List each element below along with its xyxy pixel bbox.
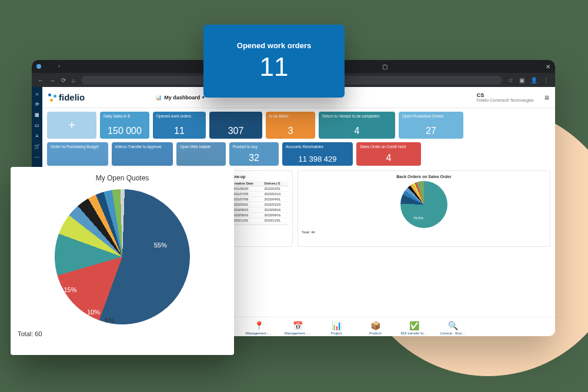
kpi-row-1: + Daily Sales in $ 150 000 Opened work o… (42, 108, 555, 142)
window-close[interactable]: ✕ (546, 63, 550, 70)
add-tile-button[interactable]: + (47, 112, 96, 139)
cell: 2021/06/20 (231, 186, 263, 192)
tab-indicator (36, 64, 41, 69)
tile-label: to be Billed (269, 114, 312, 118)
rail-truck-icon[interactable]: ▭ (34, 122, 40, 128)
panel-title: Back Orders on Sales Order (302, 175, 546, 179)
tenant-selector[interactable]: CS Fidelio Commsoft Technologies (477, 92, 534, 102)
logo-mark-icon (48, 93, 56, 102)
nav-forward-icon[interactable]: → (49, 77, 55, 83)
card-my-open-quotes[interactable]: My Open Quotes 55% 15% 10% 5% Total: 60 (11, 167, 234, 355)
quotes-pie-chart: 55% 15% 10% 5% (36, 170, 209, 344)
cell: 2023/08/16 (263, 213, 289, 218)
tile-open-production[interactable]: Open Production Orders 27 (399, 112, 463, 139)
quotes-total: Total: 60 (18, 330, 227, 337)
col-delivery[interactable]: Delivery D (263, 181, 289, 186)
cell: 2022/02/23 (263, 202, 289, 207)
cell: 2023/11/01 (231, 218, 263, 223)
window-maximize[interactable]: ▢ (382, 63, 387, 70)
nav-reload-icon[interactable]: ⟳ (61, 77, 66, 83)
tile-value: 27 (402, 126, 460, 136)
tile-label: Product to buy (233, 145, 275, 149)
cell: 2021/07/06 (231, 197, 263, 202)
cell: 2022/02/01 (231, 202, 263, 207)
tool-icon: 📊 (332, 321, 342, 330)
tool-product[interactable]: 📦Product (359, 321, 392, 335)
tool-icon: 🔍 (448, 321, 458, 330)
tile-label: Open Production Orders (402, 114, 460, 118)
rail-more-icon[interactable]: ⋯ (34, 154, 40, 160)
tile-interco-transfer[interactable]: Interco Transfer to Approve (112, 142, 173, 166)
tile-accounts-receivable[interactable]: Accounts Receivables 11 398 429 (282, 142, 353, 166)
tool-management-[interactable]: 📍Management -… (242, 321, 275, 335)
tile-label: Opened work orders (156, 114, 202, 118)
user-company: Fidelio Commsoft Technologies (477, 98, 534, 102)
tool-icon: 📅 (293, 321, 303, 330)
rail-cart-icon[interactable]: 🛒 (34, 143, 40, 149)
rail-refresh-icon[interactable]: ⟳ (34, 101, 40, 107)
user-initials: CS (477, 92, 534, 98)
ext-icon[interactable]: ▣ (519, 77, 524, 83)
quotes-title: My Open Quotes (18, 174, 227, 182)
profile-icon[interactable]: 👤 (530, 77, 537, 83)
hamburger-icon[interactable]: ≡ (544, 93, 549, 102)
tile-open-web-basket[interactable]: Open Web basket (176, 142, 226, 166)
cell: 2023/11/01 (263, 218, 289, 223)
tile-opened-work-orders[interactable]: Opened work orders 11 (153, 112, 206, 139)
tile-value: 3 (269, 126, 312, 136)
col-created[interactable]: Creation Date (231, 181, 263, 186)
tile-label: Daily Sales in $ (103, 114, 146, 118)
pie-pct: 75.5% (413, 216, 423, 220)
pie-label-15: 15% (64, 286, 76, 293)
tool-label: Consult - Stoc… (440, 331, 466, 335)
nav-home-icon[interactable]: ⌂ (72, 77, 75, 83)
pie-label-55: 55% (154, 242, 167, 249)
tile-label: Interco Transfer to Approve (115, 145, 169, 149)
tile-307[interactable]: 307 (209, 112, 262, 139)
tile-to-be-billed[interactable]: to be Billed 3 (266, 112, 315, 139)
star-icon[interactable]: ☆ (508, 77, 513, 83)
tool-management-[interactable]: 📅Management -… (281, 321, 314, 335)
tool-label: Product (369, 331, 382, 335)
brand-logo[interactable]: fidelio (48, 92, 85, 102)
page-title-text: My dashboard (164, 95, 200, 100)
tile-product-to-buy[interactable]: Product to buy 32 (229, 142, 279, 166)
cell: 2022/04/01 (263, 197, 289, 202)
rail-building-icon[interactable]: ▦ (34, 112, 40, 118)
tool-label: Management -… (285, 331, 311, 335)
tool-label: Management -… (246, 331, 272, 335)
tool-edi-transfer-fo-[interactable]: ✅EDI transfer fo… (397, 321, 430, 335)
panel-back-orders[interactable]: Back Orders on Sales Order 75.5% Total: … (298, 170, 550, 247)
panel-total: Total: 44 (302, 230, 546, 234)
new-tab-button[interactable]: + (58, 63, 61, 69)
tile-label: Open Web basket (180, 145, 222, 149)
tool-icon: 📦 (370, 321, 380, 330)
tile-label: Return to Vendor to be completed (322, 114, 392, 118)
tile-order-vs-budget[interactable]: Order vs Purchasing Budget (47, 142, 108, 166)
cell: 2022/02/01 (263, 186, 289, 192)
rail-chart-icon[interactable]: ≡ (34, 133, 40, 139)
pie-label-5: 5% (105, 317, 115, 324)
nav-back-icon[interactable]: ← (38, 77, 44, 83)
menu-icon[interactable]: ⋮ (543, 77, 549, 83)
cell: 2021/07/05 (231, 192, 263, 197)
rail-search-icon[interactable]: ⌕ (34, 91, 40, 96)
tool-consult-stoc-[interactable]: 🔍Consult - Stoc… (436, 321, 469, 335)
mini-pie-chart: 75.5% (400, 181, 447, 228)
pie-label-10: 10% (87, 309, 100, 316)
tool-project[interactable]: 📊Project (320, 321, 353, 335)
chart-icon: 📊 (155, 95, 162, 100)
tile-value: 150 000 (103, 126, 146, 136)
cell: 2023/08/16 (263, 207, 289, 213)
page-title[interactable]: 📊 My dashboard ▾ (155, 95, 205, 100)
tile-value: 32 (233, 153, 275, 163)
tile-credit-hold[interactable]: Sales Order on Credit Hold 4 (356, 142, 421, 166)
tile-value: 4 (360, 153, 417, 163)
tile-return-vendor[interactable]: Return to Vendor to be completed 4 (319, 112, 395, 139)
tile-value: 4 (322, 126, 392, 136)
cell: 2022/02/13 (263, 192, 289, 197)
popup-opened-work-orders[interactable]: Opened work orders 11 (203, 25, 345, 98)
tile-label: Sales Order on Credit Hold (360, 145, 417, 149)
tile-daily-sales[interactable]: Daily Sales in $ 150 000 (100, 112, 149, 139)
cell: 2023/08/16 (231, 213, 263, 218)
